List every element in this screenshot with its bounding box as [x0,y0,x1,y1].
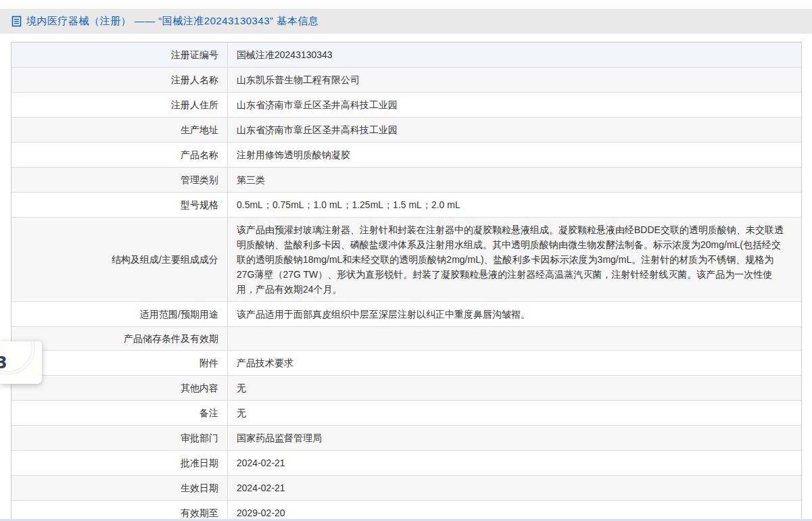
row-value: 2029-02-20 [228,501,801,521]
row-value: 国械注准20243130343 [228,43,801,67]
row-label: 审批部门 [11,426,228,450]
row-value: 山东凯乐普生物工程有限公司 [228,68,801,92]
row-value: 2024-02-21 [228,451,801,475]
row-label: 注册人住所 [11,93,228,117]
row-value: 第三类 [228,168,801,192]
table-row: 注册人住所 山东省济南市章丘区圣井高科技工业园 [11,92,801,117]
header-band: 境内医疗器械（注册） —— “国械注准20243130343” 基本信息 [0,9,812,34]
row-label: 结构及组成/主要组成成分 [11,218,228,301]
overlay-glyph: 3 [0,353,7,372]
row-value: 该产品由预灌封玻璃注射器、注射针和封装在注射器中的凝胶颗粒悬液组成。凝胶颗粒悬液… [228,218,801,301]
table-row: 结构及组成/主要组成成分 该产品由预灌封玻璃注射器、注射针和封装在注射器中的凝胶… [11,217,801,301]
row-value: 2024-02-21 [228,476,801,500]
row-label: 管理类别 [11,168,228,192]
row-label: 有效期至 [11,501,228,521]
row-value: 山东省济南市章丘区圣井高科技工业园 [228,118,801,142]
table-row: 注册人名称 山东凯乐普生物工程有限公司 [11,67,801,92]
row-value: 国家药品监督管理局 [228,426,801,450]
table-row: 备注 无 [11,400,801,425]
row-value: 无 [228,401,801,425]
top-strip [0,0,812,9]
row-label: 注册人名称 [11,68,228,92]
table-row: 适用范围/预期用途 该产品适用于面部真皮组织中层至深层注射以纠正中重度鼻唇沟皱褶… [11,301,801,326]
row-value: 山东省济南市章丘区圣井高科技工业园 [228,93,801,117]
table-row: 管理类别 第三类 [11,167,801,192]
row-label: 其他内容 [11,376,228,400]
row-value [228,327,801,350]
row-label: 适用范围/预期用途 [11,302,228,326]
row-label: 注册证编号 [11,43,228,67]
row-label: 生产地址 [11,118,228,142]
table-row: 注册证编号 国械注准20243130343 [11,43,801,67]
row-label: 型号规格 [11,193,228,217]
row-label: 附件 [11,351,228,375]
row-value: 0.5mL；0.75mL；1.0 mL；1.25mL；1.5 mL；2.0 mL [228,193,801,217]
table-row: 生产地址 山东省济南市章丘区圣井高科技工业园 [11,117,801,142]
table-row: 批准日期 2024-02-21 [11,450,801,475]
table-row: 附件 产品技术要求 [11,350,801,375]
table-row: 有效期至 2029-02-20 [11,500,801,521]
row-label: 备注 [11,401,228,425]
row-label: 产品储存条件及有效期 [11,327,228,350]
page-title: 境内医疗器械（注册） —— “国械注准20243130343” 基本信息 [26,15,318,28]
row-value: 该产品适用于面部真皮组织中层至深层注射以纠正中重度鼻唇沟皱褶。 [228,302,801,326]
row-label: 生效日期 [11,476,228,500]
table-row: 审批部门 国家药品监督管理局 [11,425,801,450]
document-icon [11,16,22,27]
row-value: 无 [228,376,801,400]
table-row: 产品储存条件及有效期 [11,326,801,350]
row-value: 产品技术要求 [228,351,801,375]
floating-widget[interactable]: 3 [0,341,42,384]
row-value: 注射用修饰透明质酸钠凝胶 [228,143,801,167]
table-row: 其他内容 无 [11,375,801,400]
table-row: 生效日期 2024-02-21 [11,475,801,500]
table-row: 型号规格 0.5mL；0.75mL；1.0 mL；1.25mL；1.5 mL；2… [11,192,801,217]
row-label: 批准日期 [11,451,228,475]
table-row: 产品名称 注射用修饰透明质酸钠凝胶 [11,142,801,167]
info-table: 注册证编号 国械注准20243130343 注册人名称 山东凯乐普生物工程有限公… [11,42,802,521]
row-label: 产品名称 [11,143,228,167]
